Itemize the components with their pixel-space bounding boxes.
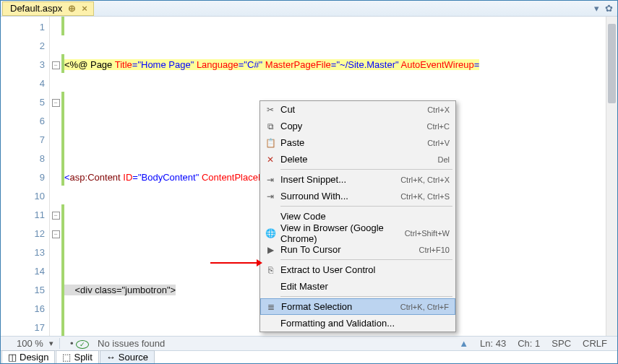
close-icon[interactable]: × (82, 3, 87, 14)
view-bar: ◫ Design ⬚ Split ↔ Source (1, 350, 617, 363)
menu-item-run-to-cursor[interactable]: ▶Run To CursorCtrl+F10 (260, 241, 455, 258)
menu-item-paste[interactable]: 📋PasteCtrl+V (260, 134, 455, 151)
menu-item-surround-with-[interactable]: ⇥Surround With...Ctrl+K, Ctrl+S (260, 188, 455, 204)
annotation-arrow (210, 262, 261, 264)
pin-icon[interactable]: ⊕ (68, 3, 76, 14)
eol-indicator: CRLF (577, 338, 613, 349)
menu-item-copy[interactable]: ⧉CopyCtrl+C (260, 118, 455, 134)
menu-item-extract-to-user-control[interactable]: ⎘Extract to User Control (260, 261, 455, 278)
menu-item-edit-master[interactable]: Edit Master (260, 278, 455, 295)
file-tab[interactable]: Default.aspx ⊕ × (2, 1, 94, 16)
scrollbar[interactable] (606, 17, 617, 346)
line-numbers: 1234567891011121314151617181920212223 (1, 17, 50, 346)
zoom-level[interactable]: 100 % ▾ (5, 338, 60, 349)
context-menu: ✂CutCtrl+X⧉CopyCtrl+C📋PasteCtrl+V✕Delete… (259, 100, 456, 332)
issues-label: No issues found (92, 338, 171, 349)
col-indicator: Ch: 1 (512, 338, 546, 349)
spaces-indicator: SPC (546, 338, 577, 349)
dropdown-icon[interactable]: ▾ (594, 3, 599, 14)
gear-icon[interactable]: ✿ (605, 3, 613, 14)
fold-icon[interactable]: − (52, 61, 60, 69)
fold-gutter: −−−−− (50, 17, 61, 346)
menu-item-format-selection[interactable]: ≣Format SelectionCtrl+K, Ctrl+F (260, 298, 455, 315)
fold-icon[interactable]: − (52, 212, 60, 220)
menu-item-formatting-and-validation-[interactable]: Formatting and Validation... (260, 315, 455, 332)
menu-item-insert-snippet-[interactable]: ⇥Insert Snippet...Ctrl+K, Ctrl+X (260, 171, 455, 188)
title-bar: Default.aspx ⊕ × ▾ ✿ (1, 1, 617, 17)
design-view-button[interactable]: ◫ Design (1, 350, 55, 364)
split-view-button[interactable]: ⬚ Split (56, 350, 98, 364)
fold-icon[interactable]: − (52, 99, 60, 107)
menu-item-cut[interactable]: ✂CutCtrl+X (260, 101, 455, 118)
tab-label: Default.aspx (10, 3, 62, 14)
line-indicator: Ln: 43 (474, 338, 512, 349)
fold-icon[interactable]: − (52, 230, 60, 238)
check-icon: ✓ (76, 340, 89, 349)
menu-item-view-in-browser-google-chrome-[interactable]: 🌐View in Browser (Google Chrome)Ctrl+Shi… (260, 225, 455, 241)
menu-item-delete[interactable]: ✕DeleteDel (260, 151, 455, 168)
source-view-button[interactable]: ↔ Source (100, 350, 155, 364)
scrollbar-thumb[interactable] (608, 24, 616, 103)
status-bar: 100 % ▾ • ✓No issues found ▲ Ln: 43 Ch: … (1, 336, 617, 350)
